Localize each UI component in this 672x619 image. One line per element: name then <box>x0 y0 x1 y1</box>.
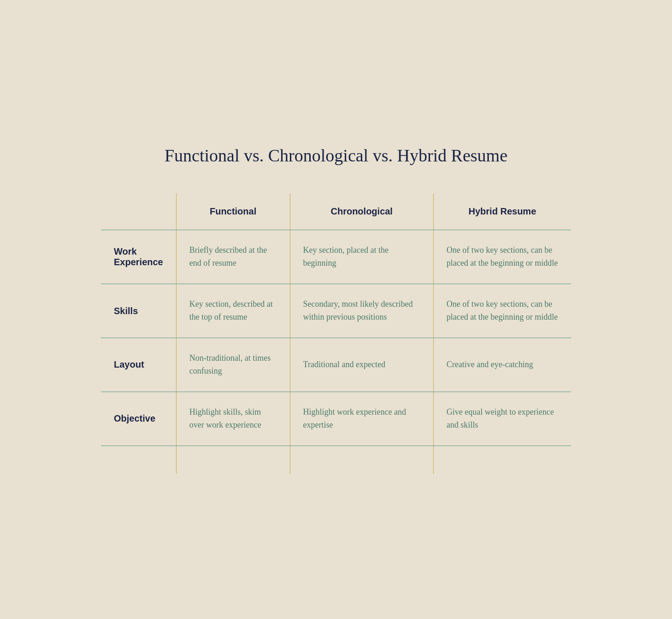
hybrid-cell-2: Creative and eye-catching <box>433 338 571 392</box>
header-hybrid: Hybrid Resume <box>433 193 571 230</box>
table-row: SkillsKey section, described at the top … <box>101 284 571 338</box>
header-chronological: Chronological <box>290 193 433 230</box>
functional-cell-3: Highlight skills, skim over work experie… <box>176 392 290 446</box>
row-label-3: Objective <box>101 392 176 446</box>
hybrid-cell-0: One of two key sections, can be placed a… <box>433 230 571 284</box>
chronological-cell-2: Traditional and expected <box>290 338 433 392</box>
header-row: Functional Chronological Hybrid Resume <box>101 193 571 230</box>
spacer-cell <box>433 446 571 474</box>
functional-cell-1: Key section, described at the top of res… <box>176 284 290 338</box>
row-label-1: Skills <box>101 284 176 338</box>
table-row: Work ExperienceBriefly described at the … <box>101 230 571 284</box>
main-container: Functional vs. Chronological vs. Hybrid … <box>83 118 589 501</box>
row-label-0: Work Experience <box>101 230 176 284</box>
header-empty <box>101 193 176 230</box>
row-label-2: Layout <box>101 338 176 392</box>
hybrid-cell-3: Give equal weight to experience and skil… <box>433 392 571 446</box>
chronological-cell-0: Key section, placed at the beginning <box>290 230 433 284</box>
chronological-cell-3: Highlight work experience and expertise <box>290 392 433 446</box>
spacer-cell <box>176 446 290 474</box>
functional-cell-2: Non-traditional, at times confusing <box>176 338 290 392</box>
spacer-cell <box>101 446 176 474</box>
table-row: LayoutNon-traditional, at times confusin… <box>101 338 571 392</box>
functional-cell-0: Briefly described at the end of resume <box>176 230 290 284</box>
hybrid-cell-1: One of two key sections, can be placed a… <box>433 284 571 338</box>
header-functional: Functional <box>176 193 290 230</box>
chronological-cell-1: Secondary, most likely described within … <box>290 284 433 338</box>
spacer-cell <box>290 446 433 474</box>
page-title: Functional vs. Chronological vs. Hybrid … <box>101 145 571 166</box>
comparison-table: Functional Chronological Hybrid Resume W… <box>101 193 571 473</box>
table-row: ObjectiveHighlight skills, skim over wor… <box>101 392 571 446</box>
